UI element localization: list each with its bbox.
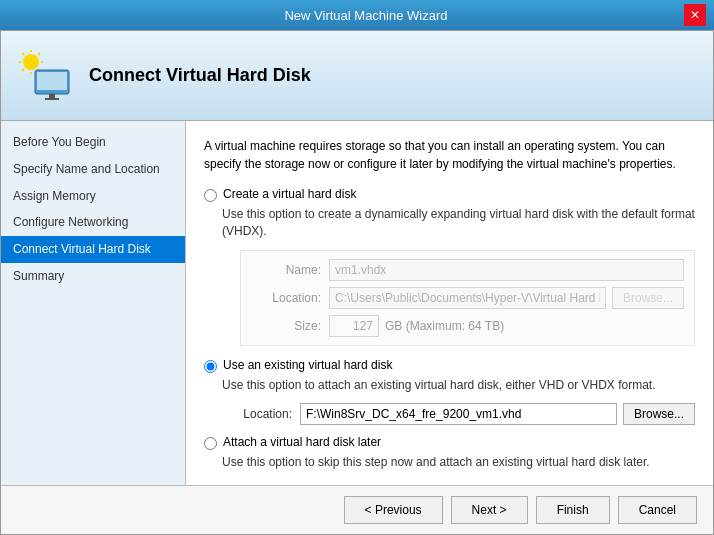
vhd-name-input[interactable]	[329, 259, 684, 281]
vhd-size-label: Size:	[251, 319, 321, 333]
wizard-header: Connect Virtual Hard Disk	[1, 31, 713, 121]
svg-rect-10	[37, 72, 67, 90]
use-existing-option-row: Use an existing virtual hard disk	[204, 358, 695, 373]
attach-later-radio[interactable]	[204, 437, 217, 450]
use-existing-browse-button[interactable]: Browse...	[623, 403, 695, 425]
use-existing-location-input[interactable]	[300, 403, 617, 425]
vhd-name-row: Name:	[251, 259, 684, 281]
sidebar-item-connect-vhd[interactable]: Connect Virtual Hard Disk	[1, 236, 185, 263]
close-button[interactable]: ✕	[684, 4, 706, 26]
use-existing-desc: Use this option to attach an existing vi…	[222, 377, 695, 394]
svg-line-6	[38, 53, 40, 55]
main-content: A virtual machine requires storage so th…	[186, 121, 713, 485]
vhd-location-label: Location:	[251, 291, 321, 305]
previous-button[interactable]: < Previous	[344, 496, 443, 524]
wizard-body: Before You Begin Specify Name and Locati…	[1, 121, 713, 485]
title-bar: New Virtual Machine Wizard ✕	[0, 0, 714, 30]
finish-button[interactable]: Finish	[536, 496, 610, 524]
use-existing-location-row: Location: Browse...	[222, 403, 695, 425]
wizard-container: Connect Virtual Hard Disk Before You Beg…	[0, 30, 714, 535]
vhd-location-row: Location: Browse...	[251, 287, 684, 309]
create-vhd-form: Name: Location: Browse... Size: GB (Maxi…	[240, 250, 695, 346]
attach-later-desc: Use this option to skip this step now an…	[222, 454, 695, 471]
header-icon	[17, 48, 73, 104]
vhd-size-input[interactable]	[329, 315, 379, 337]
svg-line-7	[22, 69, 24, 71]
sidebar-item-before-you-begin[interactable]: Before You Begin	[1, 129, 185, 156]
svg-rect-12	[45, 98, 59, 100]
description-text: A virtual machine requires storage so th…	[204, 137, 695, 173]
vhd-size-row: Size: GB (Maximum: 64 TB)	[251, 315, 684, 337]
create-vhd-desc: Use this option to create a dynamically …	[222, 206, 695, 240]
vhd-size-suffix: GB (Maximum: 64 TB)	[385, 319, 504, 333]
vhd-location-browse-button[interactable]: Browse...	[612, 287, 684, 309]
create-vhd-label[interactable]: Create a virtual hard disk	[223, 187, 356, 201]
svg-point-0	[23, 54, 39, 70]
sidebar-item-configure-networking[interactable]: Configure Networking	[1, 209, 185, 236]
cancel-button[interactable]: Cancel	[618, 496, 697, 524]
sidebar: Before You Begin Specify Name and Locati…	[1, 121, 186, 485]
use-existing-label[interactable]: Use an existing virtual hard disk	[223, 358, 392, 372]
create-vhd-radio[interactable]	[204, 189, 217, 202]
svg-rect-11	[49, 94, 55, 98]
vhd-location-input[interactable]	[329, 287, 606, 309]
attach-later-label[interactable]: Attach a virtual hard disk later	[223, 435, 381, 449]
sidebar-item-assign-memory[interactable]: Assign Memory	[1, 183, 185, 210]
wizard-footer: < Previous Next > Finish Cancel	[1, 485, 713, 534]
sidebar-item-specify-name[interactable]: Specify Name and Location	[1, 156, 185, 183]
vhd-size-inputs: GB (Maximum: 64 TB)	[329, 315, 504, 337]
vhd-name-label: Name:	[251, 263, 321, 277]
attach-later-option-row: Attach a virtual hard disk later	[204, 435, 695, 450]
use-existing-radio[interactable]	[204, 360, 217, 373]
svg-line-5	[22, 53, 24, 55]
header-title: Connect Virtual Hard Disk	[89, 65, 311, 86]
title-bar-title: New Virtual Machine Wizard	[48, 8, 684, 23]
use-existing-location-label: Location:	[222, 407, 292, 421]
sidebar-item-summary[interactable]: Summary	[1, 263, 185, 290]
create-vhd-option-row: Create a virtual hard disk	[204, 187, 695, 202]
next-button[interactable]: Next >	[451, 496, 528, 524]
